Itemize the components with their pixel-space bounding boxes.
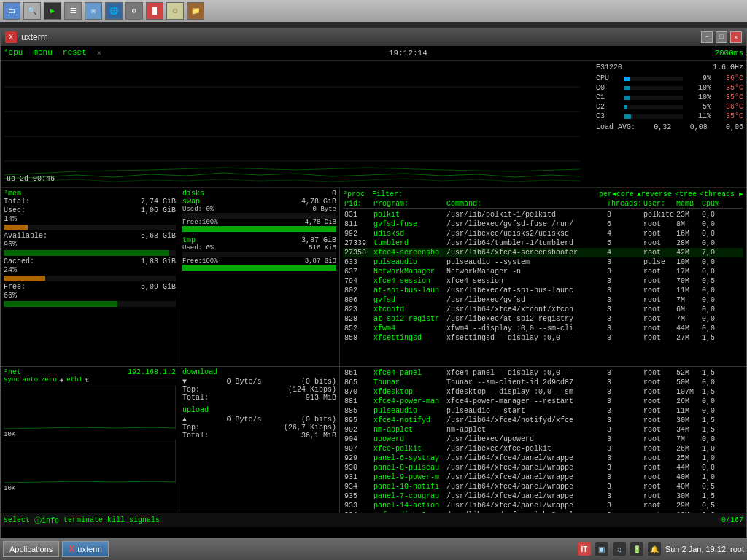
- proc-row[interactable]: 881 xfce4-power-man xfce4-power-manager …: [343, 397, 743, 406]
- col-header-cmd: Command:: [445, 200, 605, 208]
- menu-menu-item[interactable]: menu: [33, 48, 52, 58]
- mem-free-val: 5,09 GiB: [141, 283, 176, 291]
- taskbar-right: IT ▣ ♫ 🔋 🔔 Sun 2 Jan, 19:12 root: [578, 542, 744, 556]
- ul-bits: (0 bits): [301, 416, 336, 424]
- disk-tmp: tmp 3,87 GiB Used: 0% 516 KiB Free:100% …: [182, 236, 336, 271]
- proc-row[interactable]: 865 Thunar Thunar --sm-client-id 2d9cd87…: [343, 378, 743, 387]
- taskbar-icon-face[interactable]: ☺: [166, 2, 184, 20]
- cpu-menu-item[interactable]: *cpu: [4, 48, 23, 58]
- reverse-label: ▲reverse: [637, 190, 672, 198]
- proc-row[interactable]: 794 xfce4-session xfce4-session 3 root 7…: [343, 276, 743, 286]
- proc-row[interactable]: 828 at-spi2-registr /usr/libexec/at-spi2…: [343, 314, 743, 324]
- taskbar-icon-email[interactable]: ✉: [85, 2, 102, 20]
- taskbar-icon-folder2[interactable]: 📁: [187, 2, 204, 20]
- proc-row[interactable]: 904 upowerd /usr/libexec/upowerd 3 root …: [343, 435, 743, 444]
- kill-btn[interactable]: kill: [107, 516, 125, 524]
- proc-row[interactable]: 852 xfwm4 xfwm4 --display :0,0 --sm-cli …: [343, 324, 743, 333]
- taskbar-icon-bars[interactable]: ▐▌: [146, 2, 163, 20]
- proc-row[interactable]: 870 xfdesktop xfdesktop --display :0,0 -…: [343, 387, 743, 397]
- proc-row[interactable]: 637 NetworkManager NetworkManager -n 3 r…: [343, 267, 743, 276]
- proc-row[interactable]: 806 gvfsd /usr/libexec/gvfsd 3 root 7M 0…: [343, 295, 743, 305]
- dl-total-label: Total:: [182, 394, 209, 402]
- proc-row[interactable]: 992 udisksd /usr/libexec/udisks2/udisksd…: [343, 229, 743, 238]
- network-tray-icon[interactable]: 🔔: [648, 542, 661, 556]
- disk-swap-bar: [182, 213, 336, 219]
- dl-speed: 0 Byte/s: [226, 378, 261, 386]
- proc-row[interactable]: 27339 tumblerd /usr/lib64/tumbler-1/tumb…: [343, 238, 743, 248]
- proc-row[interactable]: 930 panel-8-pulseau /usr/lib64/xfce4/pan…: [343, 463, 743, 472]
- reset-menu-item[interactable]: reset: [63, 48, 87, 58]
- taskbar-icon-search[interactable]: 🔍: [23, 2, 41, 20]
- display-tray-icon[interactable]: ▣: [595, 542, 608, 556]
- minimize-button[interactable]: –: [701, 31, 713, 43]
- proc-row[interactable]: 934 panel-10-notifi /usr/lib64/xfce4/pan…: [343, 482, 743, 491]
- maximize-button[interactable]: □: [716, 31, 727, 43]
- taskbar-user: root: [730, 545, 744, 553]
- taskbar-icon-files[interactable]: ☰: [64, 2, 82, 20]
- proc-panel-top: ²proc Filter: per◄core ▲reverse <tree <t…: [340, 188, 746, 366]
- ul-speed: 0 Byte/s: [226, 416, 261, 424]
- net-graph-up: [4, 386, 176, 429]
- proc-row[interactable]: 885 pulseaudio pulseaudio --start 3 root…: [343, 406, 743, 416]
- cpu-info-panel: E31220 1.6 GHz CPU 9% 36°C C0 10% 35°C: [593, 61, 746, 188]
- zero-btn[interactable]: zero: [41, 376, 57, 384]
- app-menu-label: Applications: [9, 545, 53, 553]
- proc-row[interactable]: 931 panel-9-power-m /usr/lib64/xfce4/pan…: [343, 472, 743, 482]
- info-btn[interactable]: ⓘinfo: [34, 516, 59, 526]
- disk-swap-used-val: 0 Byte: [313, 206, 336, 213]
- proc-row[interactable]: 858 xfsettingsd xfsettingsd --display :0…: [343, 333, 743, 343]
- proc-row[interactable]: 935 panel-7-cpugrap /usr/lib64/xfce4/pan…: [343, 491, 743, 501]
- close-button[interactable]: ✕: [730, 31, 742, 43]
- top-taskbar: 🗀 🔍 ▶ ☰ ✉ 🌐 ⚙ ▐▌ ☺ 📁: [0, 0, 747, 22]
- uxterm-window: X uxterm – □ ✕ *cpu menu reset ✕ 19:12:1…: [0, 28, 747, 553]
- proc-row[interactable]: 895 xfce4-notifyd /usr/lib64/xfce4/notif…: [343, 416, 743, 425]
- cpu-graph: up 2d 00:46: [4, 62, 580, 186]
- taskbar-icon-terminal[interactable]: ▶: [44, 2, 61, 20]
- proc-row[interactable]: 929 panel-6-systray /usr/lib64/xfce4/pan…: [343, 454, 743, 463]
- disk-swap-free-label: Free:100%: [182, 219, 218, 226]
- applications-button[interactable]: Applications: [3, 541, 59, 557]
- cpu-core-cpu: CPU 9% 36°C: [596, 74, 743, 82]
- mem-free-row: Free: 5,09 GiB: [4, 283, 176, 291]
- disk-tmp-free-val: 3,87 GiB: [305, 257, 336, 265]
- proc-row[interactable]: 831 polkit /usr/lib/polkit-1/polkitd 8 p…: [343, 210, 743, 219]
- bottom-taskbar: Applications X uxterm IT ▣ ♫ 🔋 🔔 Sun 2 J…: [0, 538, 747, 560]
- terminal-time: 19:12:14: [389, 49, 427, 58]
- battery-tray-icon[interactable]: 🔋: [630, 542, 643, 556]
- col-header-cpu: Cpu%: [700, 200, 729, 208]
- proc-row[interactable]: 902 nm-applet nm-applet 3 root 34M 1,5: [343, 425, 743, 435]
- auto-btn[interactable]: auto: [23, 376, 39, 384]
- proc-row[interactable]: 811 gvfsd-fuse /usr/libexec/gvfsd-fuse /…: [343, 219, 743, 229]
- load-avg-label: Load AVG:: [596, 123, 635, 131]
- mem-panel: ²mem Total: 7,74 GiB Used: 1,06 GiB 14%: [1, 188, 179, 366]
- download-title: download: [182, 368, 336, 376]
- proc-row[interactable]: 823 xfconfd /usr/lib64/xfce4/xfconf/xfco…: [343, 305, 743, 314]
- volume-tray-icon[interactable]: ♫: [613, 542, 626, 556]
- proc-row[interactable]: 907 xfce-polkit /usr/libexec/xfce-polkit…: [343, 444, 743, 454]
- taskbar-icon-globe[interactable]: 🌐: [105, 2, 123, 20]
- ul-top-label: Top:: [182, 424, 200, 432]
- taskbar-icon-folder[interactable]: 🗀: [3, 2, 20, 20]
- mem-title: ²mem: [4, 190, 21, 198]
- load-avg-row: Load AVG: 0,32 0,08 0,06: [596, 123, 743, 131]
- ul-total-val: 36,1 MiB: [301, 432, 336, 440]
- window-icon: X: [5, 31, 17, 43]
- net-title: ²net: [4, 368, 21, 376]
- disk-tmp-free-bar: [182, 265, 336, 271]
- load-avg-v3: 0,06: [726, 123, 743, 131]
- proc-row[interactable]: 933 panel-14-action /usr/lib64/xfce4/pan…: [343, 501, 743, 510]
- mem-cached-pct: 24%: [4, 266, 17, 274]
- taskbar-icon-settings[interactable]: ⚙: [125, 2, 143, 20]
- proc-row[interactable]: 633 pulseaudio pulseaudio --system 3 pul…: [343, 257, 743, 267]
- uxterm-taskbar-button[interactable]: X uxterm: [62, 541, 109, 557]
- disk-swap-name: swap: [182, 198, 200, 206]
- proc-row[interactable]: 861 xfce4-panel xfce4-panel --display :0…: [343, 368, 743, 378]
- terminate-btn[interactable]: terminate: [63, 516, 103, 524]
- cpu-core-c1: C1 10% 35°C: [596, 93, 743, 101]
- proc-row[interactable]: 802 at-spi-bus-laun /usr/libexec/at-spi-…: [343, 286, 743, 295]
- keyboard-tray-icon[interactable]: IT: [578, 542, 591, 556]
- select-btn[interactable]: select: [4, 516, 30, 524]
- sync-btn[interactable]: sync: [4, 376, 20, 384]
- signals-btn[interactable]: signals: [129, 516, 160, 524]
- proc-row[interactable]: 27358 xfce4-screensho /usr/lib64/xfce4-s…: [343, 248, 743, 257]
